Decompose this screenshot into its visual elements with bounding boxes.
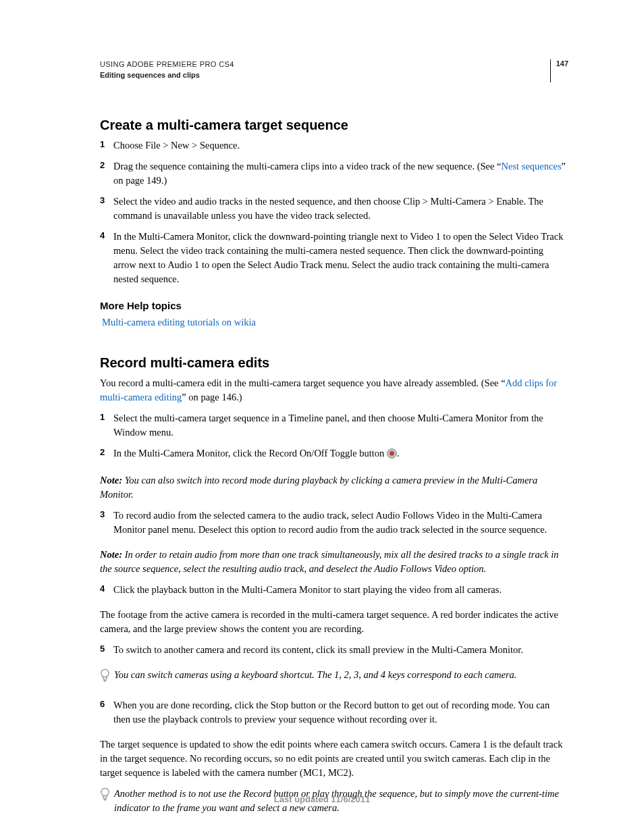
header-left: USING ADOBE PREMIERE PRO CS4 Editing seq… (100, 59, 234, 81)
footer-last-updated: Last updated 11/6/2011 (0, 794, 644, 804)
steps-create-target-sequence: Choose File > New > Sequence. Drag the s… (100, 138, 568, 286)
svg-point-2 (101, 670, 109, 677)
steps-record-1-2: Select the multi-camera target sequence … (100, 411, 568, 463)
record-icon (387, 448, 397, 463)
step-3: Select the video and audio tracks in the… (100, 194, 568, 223)
intro-paragraph: You record a multi-camera edit in the mu… (100, 376, 568, 405)
intro-b: ” on page 146.) (182, 392, 242, 402)
step-text: Select the multi-camera target sequence … (113, 413, 543, 438)
step-6: When you are done recording, click the S… (100, 698, 568, 727)
note-1: Note: You can also switch into record mo… (100, 473, 568, 502)
step-5: To switch to another camera and record i… (100, 643, 568, 657)
step-4: Click the playback button in the Multi-C… (100, 583, 568, 597)
doc-section: Editing sequences and clips (100, 70, 234, 81)
step-text: Select the video and audio tracks in the… (113, 196, 543, 221)
page-header: USING ADOBE PREMIERE PRO CS4 Editing seq… (100, 59, 568, 82)
step-text-a: In the Multi-Camera Monitor, click the R… (113, 448, 387, 459)
paragraph-after-step4: The footage from the active camera is re… (100, 608, 568, 636)
heading-create-target-sequence: Create a multi-camera target sequence (100, 118, 568, 133)
paragraph-after-step6: The target sequence is updated to show t… (100, 737, 568, 780)
step-1: Choose File > New > Sequence. (100, 138, 568, 153)
step-2: In the Multi-Camera Monitor, click the R… (100, 446, 568, 463)
note-body: In order to retain audio from more than … (100, 549, 559, 574)
step-3: To record audio from the selected camera… (100, 509, 568, 537)
tip-body: You can switch cameras using a keyboard … (114, 668, 516, 682)
step-text-b: . (397, 448, 400, 459)
step-text: To record audio from the selected camera… (113, 510, 547, 535)
step-text: When you are done recording, click the S… (113, 700, 549, 725)
link-multi-camera-tutorials-wikia[interactable]: Multi-camera editing tutorials on wikia (102, 317, 256, 328)
svg-point-1 (390, 452, 394, 456)
heading-more-help-topics: More Help topics (100, 300, 568, 311)
steps-record-6: When you are done recording, click the S… (100, 698, 568, 727)
step-1: Select the multi-camera target sequence … (100, 411, 568, 440)
step-text: Choose File > New > Sequence. (113, 140, 240, 151)
step-text: In the Multi-Camera Monitor, click the d… (113, 231, 563, 284)
steps-record-5: To switch to another camera and record i… (100, 643, 568, 657)
note-label: Note: (100, 475, 125, 486)
intro-a: You record a multi-camera edit in the mu… (100, 377, 506, 388)
doc-title: USING ADOBE PREMIERE PRO CS4 (100, 59, 234, 70)
steps-record-3: To record audio from the selected camera… (100, 509, 568, 537)
step-text: Click the playback button in the Multi-C… (113, 584, 502, 595)
step-4: In the Multi-Camera Monitor, click the d… (100, 230, 568, 286)
step-text: To switch to another camera and record i… (113, 644, 523, 655)
link-nest-sequences[interactable]: Nest sequences (502, 161, 562, 172)
step-2: Drag the sequence containing the multi-c… (100, 159, 568, 188)
steps-record-4: Click the playback button in the Multi-C… (100, 583, 568, 597)
lightbulb-icon (100, 669, 110, 686)
heading-record-multi-camera-edits: Record multi-camera edits (100, 355, 568, 371)
tip-1: You can switch cameras using a keyboard … (100, 668, 568, 686)
note-2: Note: In order to retain audio from more… (100, 548, 568, 576)
note-label: Note: (100, 549, 125, 560)
page-number: 147 (550, 59, 568, 82)
step-text-a: Drag the sequence containing the multi-c… (113, 161, 502, 172)
note-body: You can also switch into record mode dur… (100, 475, 537, 500)
